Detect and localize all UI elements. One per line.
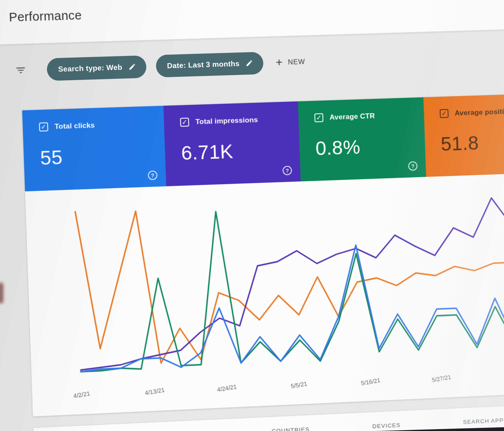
filter-toolbar: Search type: WebDate: Last 3 months + NE…	[0, 36, 504, 87]
filter-chips: Search type: WebDate: Last 3 months	[46, 52, 264, 81]
filter-list-icon[interactable]	[15, 64, 27, 76]
chip-label: Search type: Web	[58, 63, 122, 73]
page-header: Performance	[0, 0, 504, 46]
metric-card-total-impressions[interactable]: ✓Total impressions6.71K?	[163, 101, 301, 186]
metric-value: 0.8%	[315, 136, 361, 160]
edit-icon	[245, 59, 253, 67]
series-line-average-ctr	[75, 196, 504, 372]
plus-icon: +	[276, 56, 283, 68]
check-icon: ✓	[316, 114, 322, 121]
metric-checkbox[interactable]: ✓	[314, 113, 324, 122]
metric-label: Average position	[455, 107, 504, 118]
new-filter-button[interactable]: + NEW	[276, 56, 305, 68]
x-tick-label: 5/27/21	[432, 374, 452, 383]
metric-card-average-position[interactable]: ✓Average position51.8?	[423, 93, 504, 177]
new-label: NEW	[288, 57, 305, 66]
tab-devices[interactable]: DEVICES	[372, 422, 401, 429]
check-icon: ✓	[182, 119, 188, 126]
performance-chart: 4/2/214/13/214/24/215/5/215/16/215/27/21…	[75, 176, 504, 400]
app-canvas: Performance Search type: WebDate: Last 3…	[0, 0, 504, 431]
x-tick-label: 5/16/21	[360, 377, 381, 387]
metric-label: Total clicks	[54, 121, 95, 131]
metric-card-average-ctr[interactable]: ✓Average CTR0.8%?	[298, 97, 426, 182]
series-line-average-position	[75, 191, 504, 367]
metric-checkbox[interactable]: ✓	[440, 109, 449, 118]
check-icon: ✓	[41, 123, 47, 130]
x-tick-label: 4/2/21	[73, 390, 90, 399]
metric-checkbox[interactable]: ✓	[180, 118, 189, 127]
performance-panel: ✓Total clicks55?✓Total impressions6.71K?…	[22, 90, 504, 416]
edit-icon	[128, 63, 136, 71]
x-tick-label: 4/13/21	[144, 386, 165, 396]
metric-label: Average CTR	[329, 112, 375, 122]
series-line-total-impressions	[75, 192, 504, 370]
metric-cards: ✓Total clicks55?✓Total impressions6.71K?…	[22, 93, 504, 192]
help-icon[interactable]: ?	[282, 166, 292, 175]
filter-chip-date[interactable]: Date: Last 3 months	[155, 52, 264, 77]
help-icon[interactable]: ?	[148, 170, 157, 180]
tab-search-appearance[interactable]: SEARCH APPEARANCE	[463, 415, 504, 425]
help-icon[interactable]: ?	[408, 161, 418, 171]
metric-value: 6.71K	[181, 140, 234, 165]
check-icon: ✓	[441, 110, 447, 117]
filter-chip-search-type[interactable]: Search type: Web	[46, 55, 147, 81]
metric-label: Total impressions	[195, 116, 258, 126]
x-tick-label: 4/24/21	[217, 383, 237, 393]
chip-label: Date: Last 3 months	[167, 59, 240, 70]
screen: Performance Search type: WebDate: Last 3…	[0, 0, 504, 431]
x-tick-label: 5/5/21	[290, 380, 307, 390]
metric-checkbox[interactable]: ✓	[39, 122, 48, 132]
page-title: Performance	[9, 8, 82, 24]
chart-lines	[75, 176, 504, 380]
metric-value: 55	[40, 146, 63, 170]
metric-card-total-clicks[interactable]: ✓Total clicks55?	[22, 106, 166, 191]
metric-value: 51.8	[441, 131, 479, 155]
series-line-total-clicks	[75, 189, 504, 372]
tab-countries[interactable]: COUNTRIES	[271, 426, 310, 431]
